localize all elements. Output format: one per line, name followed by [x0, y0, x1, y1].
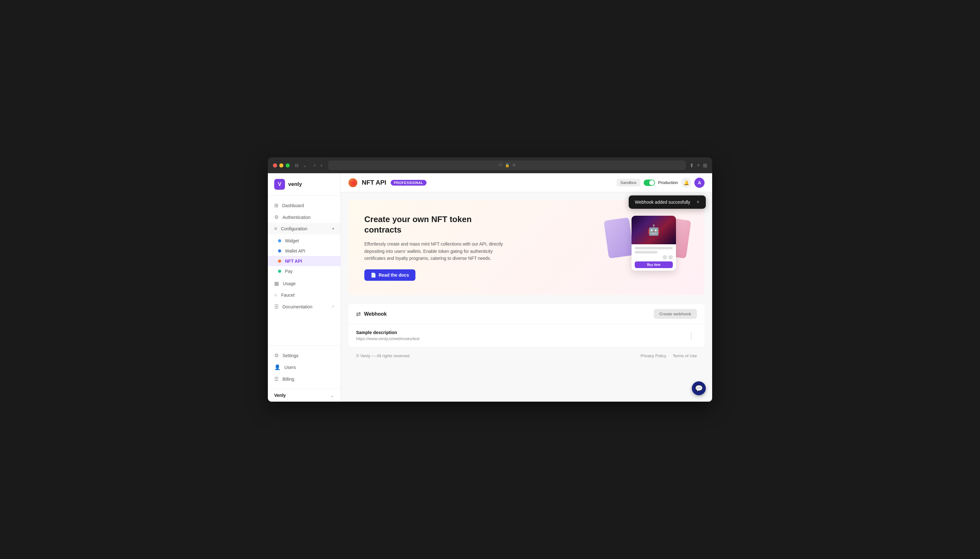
nft-api-dot-icon: [278, 260, 281, 263]
settings-icon: ⚙: [274, 352, 279, 359]
sidebar-item-label: Users: [284, 365, 296, 370]
nft-bar-2: [635, 251, 657, 253]
sidebar-item-label: Usage: [283, 281, 295, 286]
sidebar-item-dashboard[interactable]: ⊞ Dashboard: [268, 200, 341, 211]
sidebar-item-widget[interactable]: Widget: [268, 236, 341, 246]
sidebar-item-faucet[interactable]: ○ Faucet: [268, 289, 341, 301]
page-title: NFT API: [362, 179, 386, 186]
user-avatar[interactable]: A: [694, 178, 705, 188]
webhook-item: Sample description https://www.venly.io/…: [348, 324, 705, 347]
chat-fab-button[interactable]: 💬: [692, 381, 706, 395]
terms-of-use-link[interactable]: Terms of Use: [672, 354, 697, 358]
pay-dot-icon: [278, 270, 281, 273]
sidebar-item-nft-api[interactable]: NFT API: [268, 256, 341, 266]
app-container: Webhook added succesfully × V venly ⊞ Da…: [268, 173, 712, 402]
hero-illustration: 🤖 Buy item: [606, 213, 689, 282]
sidebar-item-label: Billing: [283, 377, 294, 382]
logo-text: venly: [288, 181, 302, 187]
top-bar: 🔴 NFT API PROFESSIONAL Sandbox Productio…: [341, 173, 712, 192]
nft-buy-button[interactable]: Buy item: [635, 261, 673, 268]
footer-copyright: © Venly — All rights reserved: [356, 354, 410, 358]
webhook-item-info: Sample description https://www.venly.io/…: [356, 330, 420, 341]
traffic-lights: [273, 164, 290, 167]
shield-icon: 🛡: [498, 163, 502, 167]
config-icon: ≡: [274, 226, 277, 232]
new-tab-icon[interactable]: +: [697, 162, 700, 168]
maximize-button[interactable]: [286, 164, 290, 167]
back-arrow-icon[interactable]: ‹: [312, 162, 317, 169]
professional-badge: PROFESSIONAL: [391, 180, 427, 185]
hero-content: Create your own NFT token contracts Effo…: [364, 214, 510, 281]
webhook-title: Webhook: [364, 311, 387, 317]
toast-message: Webhook added succesfully: [635, 200, 690, 205]
sidebar-configuration-section: ≡ Configuration ▾ Widget Wallet API: [268, 223, 341, 278]
read-docs-label: Read the docs: [379, 273, 409, 278]
create-webhook-button[interactable]: Create webhook: [654, 309, 697, 319]
billing-icon: ☰: [274, 376, 279, 382]
sidebar-item-label: Widget: [285, 238, 299, 243]
sidebar-footer-label: Venly: [274, 393, 286, 398]
sidebar-item-billing[interactable]: ☰ Billing: [268, 373, 341, 385]
browser-actions: ⬆ + ⊞: [690, 162, 707, 169]
nft-icon-2: [668, 255, 673, 260]
read-docs-button[interactable]: 📄 Read the docs: [364, 270, 416, 281]
forward-arrow-icon[interactable]: ›: [319, 162, 324, 169]
sidebar-item-pay[interactable]: Pay: [268, 266, 341, 276]
sidebar-item-label: Wallet API: [285, 248, 305, 253]
doc-icon: 📄: [371, 273, 376, 278]
sidebar-item-label: NFT API: [285, 258, 302, 264]
toast-close-button[interactable]: ×: [697, 199, 699, 205]
webhook-header: ⇄ Webhook Create webhook: [348, 304, 705, 324]
toast-notification: Webhook added succesfully ×: [629, 195, 706, 209]
sidebar-logo: V venly: [268, 173, 341, 196]
robot-icon: 🤖: [647, 224, 660, 236]
sidebar-item-wallet-api[interactable]: Wallet API: [268, 246, 341, 256]
close-button[interactable]: [273, 164, 277, 167]
webhook-item-url: https://www.venly.io/webhooks/test: [356, 336, 420, 341]
sidebar-item-label: Documentation: [283, 304, 312, 309]
footer-links: Privacy Policy Terms of Use: [641, 354, 697, 358]
config-sub-items: Widget Wallet API NFT API Pay: [268, 235, 341, 278]
privacy-policy-link[interactable]: Privacy Policy: [641, 354, 666, 358]
nft-card-body: Buy item: [632, 244, 676, 271]
nft-card-back-left: [604, 217, 634, 258]
sidebar-item-label: Faucet: [281, 293, 295, 298]
env-toggle[interactable]: [644, 180, 655, 186]
chat-icon: 💬: [695, 385, 703, 392]
sidebar-item-configuration[interactable]: ≡ Configuration ▾: [268, 223, 341, 235]
env-sandbox-label[interactable]: Sandbox: [617, 179, 641, 187]
auth-icon: ⚙: [274, 214, 279, 220]
browser-chrome: ⊟ ⌄ ‹ › 🛡 🔒 ↺ ⬆ + ⊞: [268, 157, 712, 173]
sidebar-item-documentation[interactable]: ☰ Documentation ↗: [268, 301, 341, 313]
notification-button[interactable]: 🔔: [681, 178, 691, 188]
sidebar-toggle-icon[interactable]: ⊟: [293, 162, 300, 169]
logo-icon: V: [274, 179, 285, 190]
usage-icon: ▦: [274, 280, 279, 286]
webhook-icon: ⇄: [356, 311, 361, 318]
grid-icon[interactable]: ⊞: [703, 162, 707, 169]
chevron-down-icon[interactable]: ⌄: [302, 162, 308, 169]
bell-icon: 🔔: [684, 180, 689, 185]
toggle-knob: [649, 180, 654, 185]
page-content: Create your own NFT token contracts Effo…: [341, 192, 712, 402]
more-options-button[interactable]: ⋮: [685, 331, 697, 341]
users-icon: 👤: [274, 364, 281, 370]
sidebar-item-authentication[interactable]: ⚙ Authentication: [268, 211, 341, 223]
refresh-icon[interactable]: ↺: [512, 163, 515, 167]
env-production-label[interactable]: Production: [658, 180, 678, 185]
page-header-left: 🔴 NFT API PROFESSIONAL: [348, 178, 427, 187]
sidebar-item-settings[interactable]: ⚙ Settings: [268, 350, 341, 361]
share-icon[interactable]: ⬆: [690, 162, 694, 169]
chevron-down-icon[interactable]: ⌄: [330, 393, 334, 398]
sidebar-item-users[interactable]: 👤 Users: [268, 361, 341, 373]
nft-card-icons: [635, 255, 673, 260]
page-footer: © Venly — All rights reserved Privacy Po…: [348, 347, 705, 364]
sidebar-item-label: Dashboard: [282, 203, 304, 208]
sidebar-item-usage[interactable]: ▦ Usage: [268, 278, 341, 289]
sidebar-bottom: ⚙ Settings 👤 Users ☰ Billing: [268, 346, 341, 389]
address-bar[interactable]: 🛡 🔒 ↺: [328, 160, 686, 170]
window-controls: ⊟ ⌄: [293, 162, 308, 169]
sidebar-nav: ⊞ Dashboard ⚙ Authentication ≡ Configura…: [268, 196, 341, 346]
minimize-button[interactable]: [279, 164, 283, 167]
wallet-api-dot-icon: [278, 249, 281, 253]
